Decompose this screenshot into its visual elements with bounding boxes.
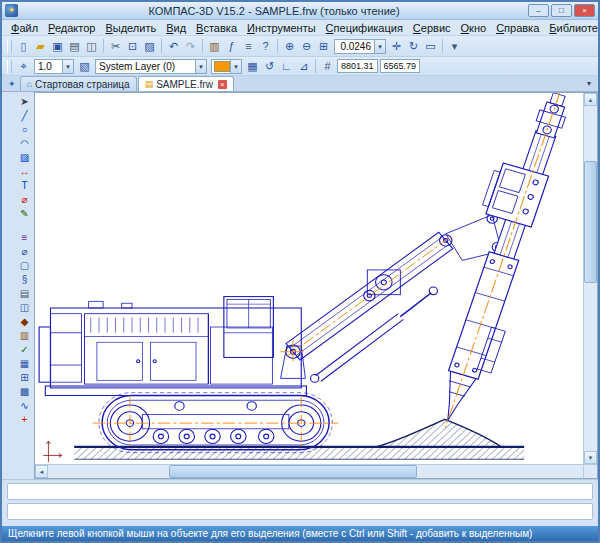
scroll-up-icon[interactable]: ▲ [584,93,597,106]
menu-insert[interactable]: Вставка [191,21,242,35]
select-tool-icon[interactable]: ▢ [17,259,32,273]
spline-tool-icon[interactable]: ∿ [17,399,32,413]
menu-select[interactable]: Выделить [100,21,161,35]
vertical-scrollbar[interactable]: ▲ ▼ [583,93,597,464]
main-area: ➤╱○◠▨↔T⌀✎ ≡⌀▢§▤◫◆▥✓▦⊞▩∿+ [2,92,598,479]
library-manager-icon[interactable]: ▥ [206,38,223,54]
check-document-icon[interactable]: ✓ [17,343,32,357]
save-icon[interactable]: ▣ [49,38,66,54]
zoom-scale-dropdown-icon[interactable]: ▾ [374,40,385,53]
show-all-icon[interactable]: ▭ [422,38,439,54]
refresh-icon[interactable]: ↻ [405,38,422,54]
toolbar-options-icon[interactable]: ▾ [446,38,463,54]
context-help-icon[interactable]: ? [257,38,274,54]
zoom-out-icon[interactable]: ⊖ [298,38,315,54]
print-icon[interactable]: ▤ [66,38,83,54]
auger-bit [435,371,476,424]
tab-close-icon[interactable]: × [218,80,227,89]
copy-icon[interactable]: ⊡ [124,38,141,54]
minimize-button[interactable]: – [528,4,549,17]
tab-document-icon: ⌂ [27,79,32,89]
menu-help[interactable]: Справка [491,21,544,35]
specification-tool-icon[interactable]: § [17,273,32,287]
menu-libraries[interactable]: Библиотеки [544,21,600,35]
pointer-tool-icon[interactable]: ➤ [17,95,32,109]
parametrize-tool-icon[interactable]: ≡ [17,231,32,245]
step-combo[interactable]: 1.0 ▾ [34,59,74,74]
new-document-icon[interactable]: ▯ [15,38,32,54]
undo-icon[interactable]: ↶ [165,38,182,54]
ole-object-icon[interactable]: ⊞ [17,371,32,385]
coords-icon[interactable]: # [319,58,336,74]
origin-axes [43,441,62,462]
ortho-icon[interactable]: ∟ [278,58,295,74]
tab-sample-frw[interactable]: ▤ SAMPLE.frw × [138,76,234,91]
menu-tools[interactable]: Инструменты [242,21,321,35]
pan-icon[interactable]: ✛ [388,38,405,54]
layer-dropdown-icon[interactable]: ▾ [195,60,206,73]
grid-icon[interactable]: ▦ [244,58,261,74]
zoom-area-icon[interactable]: ⊞ [315,38,332,54]
tab-menu-icon[interactable]: ✦ [4,77,20,91]
window-title: КОМПАС-3D V15.2 - SAMPLE.frw (только чте… [22,5,526,17]
coordinate-x-field[interactable]: 8801.31 [337,59,378,73]
style-dropdown-icon[interactable]: ▾ [230,60,241,73]
left-margin [2,92,15,479]
axis-tool-icon[interactable]: ⌀ [17,193,32,207]
open-folder-icon[interactable]: ▰ [32,38,49,54]
toolbar-grip[interactable] [7,40,12,53]
library-tool-icon[interactable]: ▥ [17,329,32,343]
coordinate-y-field[interactable]: 6565.79 [380,59,421,73]
app-logo-icon: ✦ [5,4,18,17]
point-tool-icon[interactable]: + [17,413,32,427]
measure-tool-icon[interactable]: ⌀ [17,245,32,259]
variables-icon[interactable]: ƒ [223,38,240,54]
toolbar-grip[interactable] [7,60,12,73]
circle-tool-icon[interactable]: ○ [17,123,32,137]
redo-icon[interactable]: ↷ [182,38,199,54]
tab-start-page[interactable]: ⌂ Стартовая страница [20,76,137,91]
drawing-canvas[interactable] [35,93,583,464]
menu-editor[interactable]: Редактор [43,21,100,35]
arc-tool-icon[interactable]: ◠ [17,137,32,151]
step-dropdown-icon[interactable]: ▾ [62,60,73,73]
menu-view[interactable]: Вид [161,21,191,35]
menu-service[interactable]: Сервис [408,21,456,35]
macro-tool-icon[interactable]: ◆ [17,315,32,329]
zoom-scale-combo[interactable]: 0.0246 ▾ [334,39,386,54]
maximize-button[interactable]: □ [551,4,572,17]
hatch-tool-icon[interactable]: ▨ [17,151,32,165]
crawler-track [99,393,332,453]
menu-file[interactable]: Файл [6,21,43,35]
current-state-icon[interactable]: ⌖ [15,58,32,74]
title-bar: ✦ КОМПАС-3D V15.2 - SAMPLE.frw (только ч… [2,2,598,20]
zoom-in-icon[interactable]: ⊕ [281,38,298,54]
report-tool-icon[interactable]: ▤ [17,287,32,301]
current-style-swatch[interactable]: ▾ [211,59,242,74]
layer-combo[interactable]: System Layer (0) ▾ [95,59,207,74]
local-frame-icon[interactable]: ↺ [261,58,278,74]
properties-icon[interactable]: ≡ [240,38,257,54]
scroll-left-icon[interactable]: ◄ [35,465,48,478]
close-button[interactable]: × [574,4,595,17]
dimension-tool-icon[interactable]: ↔ [17,165,32,179]
machine [39,93,583,453]
tab-list-dropdown-icon[interactable]: ▾ [582,77,596,91]
raster-icon[interactable]: ▩ [17,385,32,399]
horizontal-scrollbar[interactable]: ◄ [35,465,583,478]
line-tool-icon[interactable]: ╱ [17,109,32,123]
cut-icon[interactable]: ✂ [107,38,124,54]
preview-icon[interactable]: ◫ [83,38,100,54]
layer-states-icon[interactable]: ▧ [76,58,93,74]
paste-icon[interactable]: ▨ [141,38,158,54]
insert-view-icon[interactable]: ◫ [17,301,32,315]
text-tool-icon[interactable]: T [17,179,32,193]
menu-specification[interactable]: Спецификация [321,21,408,35]
edit-tool-icon[interactable]: ✎ [17,207,32,221]
snap-icon[interactable]: ⊿ [295,58,312,74]
horizontal-scrollbar-thumb[interactable] [169,465,418,478]
menu-window[interactable]: Окно [456,21,492,35]
vertical-scrollbar-thumb[interactable] [584,161,597,283]
print-area-icon[interactable]: ▦ [17,357,32,371]
scroll-down-icon[interactable]: ▼ [584,451,597,464]
